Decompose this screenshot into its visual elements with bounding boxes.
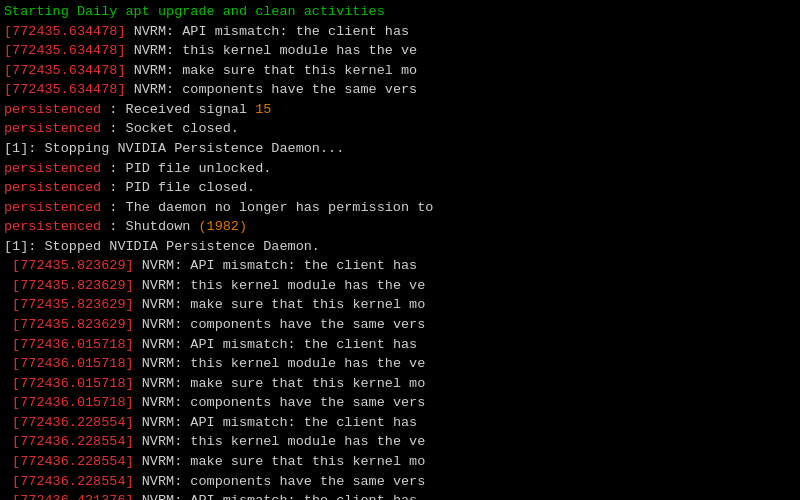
line-10: persistenced : The daemon no longer has … [0, 198, 800, 218]
line-16-ts: [772435.823629] [12, 317, 134, 332]
line-25: [772436.421376] NVRM: API mismatch: the … [0, 491, 800, 500]
line-2-ts: [772435.634478] [4, 43, 126, 58]
line-4-msg: NVRM: components have the same vers [134, 82, 418, 97]
line-15-msg: NVRM: make sure that this kernel mo [142, 297, 426, 312]
line-15-ts: [772435.823629] [12, 297, 134, 312]
line-18-msg: NVRM: this kernel module has the ve [142, 356, 426, 371]
line-18-indent [4, 356, 12, 371]
line-17-indent [4, 337, 12, 352]
line-8-msg: : PID file unlocked. [109, 161, 271, 176]
line-4-ts: [772435.634478] [4, 82, 126, 97]
line-21-ts: [772436.228554] [12, 415, 134, 430]
line-23-msg: NVRM: make sure that this kernel mo [142, 454, 426, 469]
line-19: [772436.015718] NVRM: make sure that thi… [0, 374, 800, 394]
line-13-ts: [772435.823629] [12, 258, 134, 273]
line-3: [772435.634478] NVRM: make sure that thi… [0, 61, 800, 81]
line-10-msg: : The daemon no longer has permission to [109, 200, 433, 215]
line-11-msg: : Shutdown [109, 219, 198, 234]
line-6-key: persistenced [4, 121, 101, 136]
line-13-indent [4, 258, 12, 273]
line-1-ts: [772435.634478] [4, 24, 126, 39]
line-8: persistenced : PID file unlocked. [0, 159, 800, 179]
line-22-msg: NVRM: this kernel module has the ve [142, 434, 426, 449]
line-7: [1]: Stopping NVIDIA Persistence Daemon.… [0, 139, 800, 159]
line-11-key: persistenced [4, 219, 101, 234]
line-14: [772435.823629] NVRM: this kernel module… [0, 276, 800, 296]
line-4: [772435.634478] NVRM: components have th… [0, 80, 800, 100]
line-3-ts: [772435.634478] [4, 63, 126, 78]
line-23-ts: [772436.228554] [12, 454, 134, 469]
line-18-ts: [772436.015718] [12, 356, 134, 371]
line-17-msg: NVRM: API mismatch: the client has [142, 337, 417, 352]
line-25-ts: [772436.421376] [12, 493, 134, 500]
line-2: [772435.634478] NVRM: this kernel module… [0, 41, 800, 61]
line-7-bracket: [1]: Stopping NVIDIA Persistence Daemon.… [4, 141, 344, 156]
line-9: persistenced : PID file closed. [0, 178, 800, 198]
line-23: [772436.228554] NVRM: make sure that thi… [0, 452, 800, 472]
terminal-output: Starting Daily apt upgrade and clean act… [0, 0, 800, 500]
line-18: [772436.015718] NVRM: this kernel module… [0, 354, 800, 374]
line-24: [772436.228554] NVRM: components have th… [0, 472, 800, 492]
line-19-indent [4, 376, 12, 391]
line-25-indent [4, 493, 12, 500]
line-21-indent [4, 415, 12, 430]
line-20-ts: [772436.015718] [12, 395, 134, 410]
line-23-indent [4, 454, 12, 469]
line-24-ts: [772436.228554] [12, 474, 134, 489]
line-16-msg: NVRM: components have the same vers [142, 317, 426, 332]
line-10-key: persistenced [4, 200, 101, 215]
line-5-msg: : Received signal [109, 102, 255, 117]
line-20-msg: NVRM: components have the same vers [142, 395, 426, 410]
line-0-text: Starting Daily apt upgrade and clean act… [4, 4, 385, 19]
line-22: [772436.228554] NVRM: this kernel module… [0, 432, 800, 452]
line-12: [1]: Stopped NVIDIA Persistence Daemon. [0, 237, 800, 257]
line-11: persistenced : Shutdown (1982) [0, 217, 800, 237]
line-14-msg: NVRM: this kernel module has the ve [142, 278, 426, 293]
line-19-msg: NVRM: make sure that this kernel mo [142, 376, 426, 391]
line-3-msg: NVRM: make sure that this kernel mo [134, 63, 418, 78]
line-6: persistenced : Socket closed. [0, 119, 800, 139]
line-1: [772435.634478] NVRM: API mismatch: the … [0, 22, 800, 42]
line-17-ts: [772436.015718] [12, 337, 134, 352]
line-9-msg: : PID file closed. [109, 180, 255, 195]
line-5: persistenced : Received signal 15 [0, 100, 800, 120]
line-5-key: persistenced [4, 102, 101, 117]
line-25-msg: NVRM: API mismatch: the client has [142, 493, 417, 500]
line-22-ts: [772436.228554] [12, 434, 134, 449]
line-14-ts: [772435.823629] [12, 278, 134, 293]
line-21-msg: NVRM: API mismatch: the client has [142, 415, 417, 430]
line-16-indent [4, 317, 12, 332]
line-20: [772436.015718] NVRM: components have th… [0, 393, 800, 413]
line-21: [772436.228554] NVRM: API mismatch: the … [0, 413, 800, 433]
line-0: Starting Daily apt upgrade and clean act… [0, 2, 800, 22]
line-15-indent [4, 297, 12, 312]
line-19-ts: [772436.015718] [12, 376, 134, 391]
line-14-indent [4, 278, 12, 293]
line-24-msg: NVRM: components have the same vers [142, 474, 426, 489]
line-22-indent [4, 434, 12, 449]
line-6-msg: : Socket closed. [109, 121, 239, 136]
line-2-msg: NVRM: this kernel module has the ve [134, 43, 418, 58]
line-13: [772435.823629] NVRM: API mismatch: the … [0, 256, 800, 276]
line-8-key: persistenced [4, 161, 101, 176]
line-15: [772435.823629] NVRM: make sure that thi… [0, 295, 800, 315]
line-5-highlight: 15 [255, 102, 271, 117]
line-11-highlight: (1982) [198, 219, 247, 234]
line-20-indent [4, 395, 12, 410]
line-17: [772436.015718] NVRM: API mismatch: the … [0, 335, 800, 355]
line-1-msg: NVRM: API mismatch: the client has [134, 24, 409, 39]
line-9-key: persistenced [4, 180, 101, 195]
line-12-bracket: [1]: Stopped NVIDIA Persistence Daemon. [4, 239, 320, 254]
line-13-msg: NVRM: API mismatch: the client has [142, 258, 417, 273]
line-24-indent [4, 474, 12, 489]
line-16: [772435.823629] NVRM: components have th… [0, 315, 800, 335]
